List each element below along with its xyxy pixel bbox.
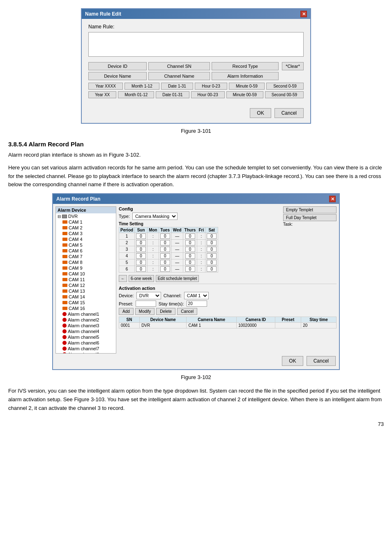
year-xx-button[interactable]: Year XX <box>88 91 116 98</box>
tree-cam-item[interactable]: CAM 1 <box>56 219 116 225</box>
template-panel: Empty Templet Full Day Templet Task: <box>283 206 337 274</box>
colon2: : <box>197 233 205 240</box>
minute-0-59-button[interactable]: Minute 0-59 <box>229 83 265 90</box>
tree-cam-item[interactable]: CAM 10 <box>56 271 116 277</box>
figure-102-caption: Figure 3-102 <box>8 374 384 380</box>
min-end[interactable] <box>205 246 218 253</box>
tree-cam-item[interactable]: CAM 6 <box>56 248 116 254</box>
stay-time-input[interactable] <box>187 301 207 307</box>
min-end[interactable] <box>205 266 218 273</box>
alarm-info-button[interactable]: Alarm Information <box>212 72 279 80</box>
colon1: : <box>148 259 159 266</box>
sun-header: Sun <box>135 227 148 233</box>
min-start[interactable] <box>159 266 171 273</box>
minute-00-59-button[interactable]: Minute 00-59 <box>226 91 263 98</box>
cam-icon <box>62 272 67 275</box>
tree-alarm-item[interactable]: Alarm channel4 <box>56 328 116 334</box>
date-01-31-button[interactable]: Date 01-31 <box>156 91 189 98</box>
tree-cam-item[interactable]: CAM 5 <box>56 242 116 248</box>
tree-cam-item[interactable]: CAM 8 <box>56 259 116 265</box>
empty-templet-button[interactable]: Empty Templet <box>283 206 337 213</box>
min-end[interactable] <box>205 253 218 259</box>
tree-cam-item[interactable]: CAM 4 <box>56 236 116 242</box>
min-start[interactable] <box>159 233 171 240</box>
period-header: Period <box>119 227 135 233</box>
full-day-templet-button[interactable]: Full Day Templet <box>283 214 337 221</box>
tree-alarm-item[interactable]: Alarm channel5 <box>56 334 116 340</box>
type-select[interactable]: Camera Masking <box>132 213 178 220</box>
tree-cam-item[interactable]: CAM 16 <box>56 305 116 311</box>
cancel-button[interactable]: Cancel <box>274 108 304 118</box>
hour-start[interactable] <box>135 240 148 246</box>
tree-cam-item[interactable]: CAM 14 <box>56 294 116 300</box>
name-rule-textarea[interactable] <box>88 32 304 57</box>
tree-cam-item[interactable]: CAM 12 <box>56 282 116 288</box>
min-start[interactable] <box>159 240 171 246</box>
min-end[interactable] <box>205 259 218 266</box>
tree-cam-item[interactable]: CAM 11 <box>56 277 116 282</box>
tree-alarm-item[interactable]: Alarm channel3 <box>56 323 116 328</box>
month-1-12-button[interactable]: Month 1-12 <box>125 83 159 90</box>
second-0-59-button[interactable]: Second 0-59 <box>266 83 304 90</box>
add-button[interactable]: Add <box>119 308 134 315</box>
min-start[interactable] <box>159 253 171 259</box>
min-end[interactable] <box>205 240 218 246</box>
close-button[interactable]: ✕ <box>300 11 307 17</box>
year-xxxx-button[interactable]: Year XXXX <box>88 83 123 90</box>
hour-start[interactable] <box>135 266 148 273</box>
min-start[interactable] <box>159 246 171 253</box>
hour-00-23-button[interactable]: Hour 00-23 <box>191 91 225 98</box>
hour-0-23-button[interactable]: Hour 0-23 <box>195 83 227 90</box>
alarm-ok-button[interactable]: OK <box>282 356 303 366</box>
tree-alarm-item[interactable]: Alarm channel6 <box>56 340 116 346</box>
second-00-59-button[interactable]: Second 00-59 <box>265 91 304 98</box>
channel-name-button[interactable]: Channel Name <box>148 72 210 80</box>
edit-schedule-button[interactable]: Edit schedule templet <box>156 275 199 282</box>
delete-button[interactable]: Delete <box>156 308 175 315</box>
alarm-close-button[interactable]: ✕ <box>329 196 336 202</box>
channel-sn-button[interactable]: Channel SN <box>148 62 210 70</box>
hour-start[interactable] <box>135 253 148 259</box>
tree-cam-item[interactable]: CAM 2 <box>56 225 116 231</box>
tree-alarm-item[interactable]: Alarm channel2 <box>56 317 116 323</box>
record-type-button[interactable]: Record Type <box>212 62 279 70</box>
tree-alarm-item[interactable]: Alarm channel8 <box>56 352 116 353</box>
tree-cam-item[interactable]: CAM 3 <box>56 231 116 236</box>
tree-cam-item[interactable]: CAM 7 <box>56 254 116 259</box>
min-start[interactable] <box>159 259 171 266</box>
device-id-button[interactable]: Device ID <box>88 62 147 70</box>
modify-button[interactable]: Modify <box>135 308 154 315</box>
date-1-31-button[interactable]: Date 1-31 <box>161 83 193 90</box>
back-button[interactable]: ← <box>119 275 127 282</box>
activation-device-select[interactable]: DVR <box>136 292 161 299</box>
hour-end[interactable] <box>183 233 197 240</box>
hour-end[interactable] <box>183 246 197 253</box>
hour-start[interactable] <box>135 233 148 240</box>
stay-time-cell: 20 <box>301 323 337 328</box>
ok-button[interactable]: OK <box>250 108 271 118</box>
preset-input[interactable] <box>136 301 156 307</box>
alarm-dialog-content: Alarm Device ⊟ DVR CAM 1 CAM 2 CAM 3 CAM… <box>53 204 339 354</box>
tree-cam-item[interactable]: CAM 15 <box>56 300 116 305</box>
inner-cancel-button[interactable]: Cancel <box>177 308 197 315</box>
tree-alarm-item[interactable]: Alarm channel7 <box>56 346 116 352</box>
hour-end[interactable] <box>183 253 197 259</box>
hour-start[interactable] <box>135 259 148 266</box>
tree-alarm-item[interactable]: Alarm channel1 <box>56 311 116 317</box>
clear-button[interactable]: *Clear* <box>282 62 304 70</box>
min-end[interactable] <box>205 233 218 240</box>
device-name-button[interactable]: Device Name <box>88 72 147 80</box>
month-01-12-button[interactable]: Month 01-12 <box>118 91 154 98</box>
alarm-icon <box>62 352 67 353</box>
alarm-cancel-button[interactable]: Cancel <box>307 356 336 366</box>
tree-cam-item[interactable]: CAM 13 <box>56 288 116 294</box>
one-week-button[interactable]: 6-one week <box>129 275 154 282</box>
hour-end[interactable] <box>183 240 197 246</box>
hour-start[interactable] <box>135 246 148 253</box>
tree-dvr-root[interactable]: ⊟ DVR <box>56 213 116 219</box>
hour-end[interactable] <box>183 266 197 273</box>
time-buttons-row2: Year XX Month 01-12 Date 01-31 Hour 00-2… <box>88 91 304 98</box>
hour-end[interactable] <box>183 259 197 266</box>
tree-cam-item[interactable]: CAM 9 <box>56 265 116 271</box>
activation-channel-select[interactable]: CAM 1 <box>184 292 209 299</box>
